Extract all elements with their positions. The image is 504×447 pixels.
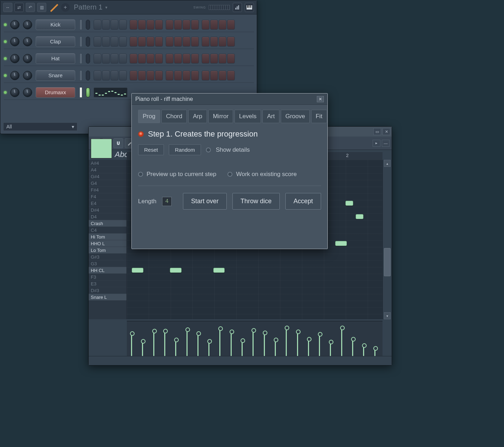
step-button[interactable]	[227, 37, 235, 47]
velocity-handle[interactable]	[242, 340, 243, 356]
throw-dice-button[interactable]: Throw dice	[232, 193, 280, 210]
horizontal-scrollbar[interactable]	[89, 356, 392, 365]
key-label[interactable]: G3	[89, 260, 126, 267]
step-button[interactable]	[191, 54, 199, 64]
velocity-handle[interactable]	[330, 342, 331, 356]
channel-led[interactable]	[4, 91, 7, 94]
key-label[interactable]: D#4	[89, 207, 126, 213]
preview-radio[interactable]	[138, 172, 143, 177]
step-button[interactable]	[191, 71, 199, 80]
key-label[interactable]: E3	[89, 280, 126, 287]
dialog-close-button[interactable]: ✕	[317, 96, 324, 102]
key-label[interactable]: F#4	[89, 187, 126, 193]
step-button[interactable]	[147, 54, 154, 64]
step-button[interactable]	[111, 37, 118, 47]
show-details-radio[interactable]	[206, 147, 211, 152]
step-button[interactable]	[102, 20, 110, 30]
pan-knob[interactable]	[10, 20, 19, 29]
step-button[interactable]	[155, 37, 163, 47]
step-button[interactable]	[219, 20, 226, 30]
channel-led[interactable]	[4, 40, 7, 43]
riff-tab-groove[interactable]: Groove	[281, 110, 310, 123]
velocity-handle[interactable]	[231, 331, 232, 356]
step-button[interactable]	[94, 54, 101, 64]
key-label[interactable]: HH CL	[89, 267, 126, 274]
step-button[interactable]	[210, 37, 218, 47]
pattern-dropdown-icon[interactable]: ▾	[105, 5, 107, 10]
step-button[interactable]	[202, 71, 209, 80]
key-label[interactable]: G4	[89, 180, 126, 187]
note-color-swatch[interactable]	[91, 139, 112, 158]
scroll-thumb[interactable]	[384, 248, 391, 276]
magnet-icon[interactable]	[113, 138, 123, 148]
step-button[interactable]	[119, 54, 127, 64]
step-button[interactable]	[174, 20, 182, 30]
step-button[interactable]	[183, 37, 190, 47]
step-button[interactable]	[191, 37, 199, 47]
step-button[interactable]	[155, 20, 163, 30]
step-button[interactable]	[138, 54, 146, 64]
header-arrows-button[interactable]: ↔	[3, 3, 12, 12]
step-button[interactable]	[119, 71, 127, 80]
step-button[interactable]	[102, 71, 110, 80]
step-button[interactable]	[174, 37, 182, 47]
step-button[interactable]	[227, 71, 235, 80]
channel-name-button[interactable]: Hat	[36, 53, 75, 64]
key-label[interactable]: C4	[89, 227, 126, 234]
step-button[interactable]	[111, 54, 118, 64]
random-button[interactable]: Random	[169, 144, 201, 155]
pan-knob[interactable]	[10, 71, 19, 80]
key-label[interactable]: A4	[89, 167, 126, 173]
velocity-handle[interactable]	[253, 330, 254, 356]
volume-knob[interactable]	[23, 54, 32, 63]
channel-led[interactable]	[4, 23, 7, 26]
key-label[interactable]: E4	[89, 200, 126, 207]
step-button[interactable]	[183, 20, 190, 30]
swing-slider[interactable]	[209, 5, 230, 10]
channel-led[interactable]	[4, 74, 7, 77]
channel-name-button[interactable]: Snare	[36, 70, 75, 81]
step-button[interactable]	[94, 71, 101, 80]
riff-tab-mirror[interactable]: Mirror	[208, 110, 233, 123]
piano-roll-keyboard[interactable]: A#4A4G#4G4F#4F4E4D#4D4CrashC4Hi TomHHO L…	[89, 160, 127, 319]
channel-selector[interactable]	[86, 71, 90, 80]
step-button[interactable]	[227, 20, 235, 30]
keyboard-icon[interactable]	[245, 3, 254, 12]
volume-knob[interactable]	[23, 37, 32, 46]
riff-tab-fit[interactable]: Fit	[311, 110, 327, 123]
velocity-handle[interactable]	[131, 333, 132, 356]
step-button[interactable]	[147, 37, 154, 47]
step-button[interactable]	[102, 37, 110, 47]
midi-note[interactable]	[132, 268, 143, 273]
step-button[interactable]	[191, 20, 199, 30]
work-existing-radio[interactable]	[227, 172, 232, 177]
step-button[interactable]	[183, 71, 190, 80]
key-label[interactable]: A#4	[89, 160, 126, 167]
step-button[interactable]	[166, 71, 173, 80]
channel-selector[interactable]	[86, 37, 90, 47]
accept-button[interactable]: Accept	[285, 193, 321, 210]
velocity-handle[interactable]	[142, 341, 143, 356]
undo-button[interactable]: ↶	[26, 3, 35, 12]
graph-icon[interactable]	[233, 3, 242, 12]
step-button[interactable]	[147, 20, 154, 30]
step-button[interactable]	[210, 20, 218, 30]
key-label[interactable]: F4	[89, 193, 126, 200]
mini-pattern-preview[interactable]	[94, 87, 128, 97]
reset-button[interactable]: Reset	[138, 144, 164, 155]
add-pattern-button[interactable]: +	[61, 3, 70, 12]
step-button[interactable]	[138, 37, 146, 47]
midi-note[interactable]	[335, 241, 346, 246]
velocity-handle[interactable]	[275, 339, 276, 356]
step-button[interactable]	[130, 37, 137, 47]
step-button[interactable]	[155, 54, 163, 64]
minimize-icon[interactable]: —	[382, 140, 390, 147]
step-button[interactable]	[119, 20, 127, 30]
step-button[interactable]	[174, 71, 182, 80]
step-button[interactable]	[210, 54, 218, 64]
channel-selector[interactable]	[86, 20, 90, 30]
channel-filter-dropdown[interactable]: All ▾	[3, 122, 77, 131]
step-button[interactable]	[174, 54, 182, 64]
pan-knob[interactable]	[10, 37, 19, 46]
step-button[interactable]	[202, 20, 209, 30]
